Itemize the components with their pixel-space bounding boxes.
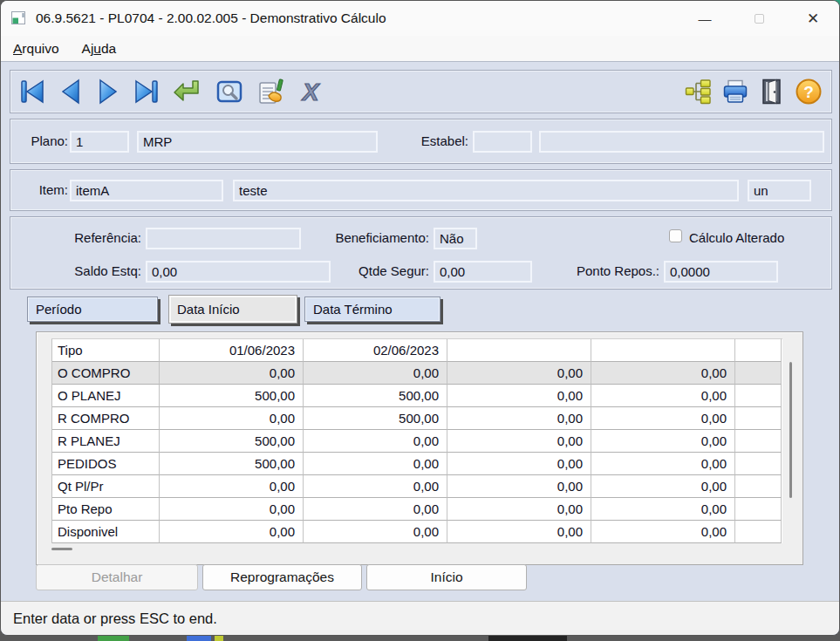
menu-bar: Arquivo Ajuda (1, 36, 839, 61)
minimize-button[interactable]: — (685, 1, 725, 36)
item-description-input[interactable] (233, 180, 739, 201)
print-icon[interactable] (720, 77, 750, 106)
toolbar-nav-group: X (18, 77, 325, 106)
beneficiamento-label: Beneficiamento: (311, 228, 429, 249)
col-header-date2[interactable]: 02/06/2023 (304, 339, 447, 362)
plano-panel: Plano: Estabel: (10, 119, 832, 164)
reprogramacoes-button[interactable]: Reprogramações (202, 564, 362, 590)
table-header-row: Tipo 01/06/2023 02/06/2023 (52, 339, 782, 362)
next-record-icon[interactable] (93, 77, 123, 106)
vertical-scrollbar-thumb[interactable] (789, 362, 792, 498)
export-excel-icon[interactable]: X (296, 77, 325, 106)
maximize-icon (755, 14, 764, 24)
inicio-button[interactable]: Início (366, 564, 527, 590)
referencia-input[interactable] (146, 228, 301, 249)
tab-data-inicio[interactable]: Data Início (168, 295, 297, 324)
beneficiamento-input[interactable] (434, 228, 477, 249)
qtde-segur-label: Qtde Segur: (311, 261, 429, 282)
toolbar: X ? (10, 70, 832, 113)
menu-arquivo[interactable]: Arquivo (13, 41, 59, 57)
search-zoom-icon[interactable] (215, 77, 244, 106)
plano-code-input[interactable] (70, 131, 129, 153)
tab-data-termino[interactable]: Data Término (304, 297, 440, 322)
close-button[interactable]: ✕ (793, 1, 833, 36)
plano-description-input[interactable] (137, 131, 378, 153)
title-bar: 06.9.5621 - PL0704 - 2.00.02.005 - Demon… (1, 1, 839, 36)
estabel-label: Estabel: (407, 131, 468, 152)
table-row[interactable]: PEDIDOS 500,00 0,00 0,00 0,00 (52, 453, 782, 475)
table-row[interactable]: Pto Repo 0,00 0,00 0,00 0,00 (52, 498, 782, 521)
confirm-enter-icon[interactable] (172, 77, 201, 106)
table-row[interactable]: R COMPRO 0,00 500,00 0,00 0,00 (52, 407, 782, 430)
table-container: Tipo 01/06/2023 02/06/2023 O COMPRO 0,00… (36, 331, 803, 565)
estabel-code-input[interactable] (473, 131, 532, 153)
ponto-repos-input[interactable] (664, 261, 778, 283)
app-window: 06.9.5621 - PL0704 - 2.00.02.005 - Demon… (0, 0, 840, 636)
hierarchy-tree-icon[interactable] (684, 77, 714, 106)
toolbar-right-group: ? (684, 77, 823, 106)
item-label: Item: (28, 180, 68, 201)
app-icon (11, 11, 27, 25)
table-row[interactable]: Qt Pl/Pr 0,00 0,00 0,00 0,00 (52, 475, 782, 498)
col-header-4[interactable] (591, 339, 735, 362)
exit-door-icon[interactable] (757, 77, 787, 106)
previous-record-icon[interactable] (56, 77, 85, 106)
saldo-estq-input[interactable] (146, 261, 331, 283)
calculo-alterado-label: Cálculo Alterado (689, 228, 794, 249)
item-code-input[interactable] (70, 180, 223, 201)
col-header-date1[interactable]: 01/06/2023 (160, 339, 304, 362)
table-row[interactable]: O COMPRO 0,00 0,00 0,00 0,00 (52, 362, 782, 385)
info-panel: Referência: Beneficiamento: Cálculo Alte… (10, 216, 832, 290)
window-title: 06.9.5621 - PL0704 - 2.00.02.005 - Demon… (36, 10, 386, 26)
table-row[interactable]: O PLANEJ 500,00 500,00 0,00 0,00 (52, 385, 782, 407)
col-header-3[interactable] (447, 339, 591, 362)
table-row[interactable]: R PLANEJ 500,00 0,00 0,00 0,00 (52, 430, 782, 453)
plano-label: Plano: (28, 131, 68, 152)
tab-periodo[interactable]: Período (27, 297, 158, 322)
detalhar-button: Detalhar (36, 564, 198, 590)
report-document-icon[interactable] (256, 77, 285, 106)
referencia-label: Referência: (28, 228, 141, 249)
table-row[interactable]: Disponivel 0,00 0,00 0,00 0,00 (52, 521, 782, 543)
horizontal-scrollbar-thumb[interactable] (51, 548, 72, 550)
svg-text:?: ? (803, 83, 814, 101)
saldo-estq-label: Saldo Estq: (28, 261, 141, 282)
estabel-description-input[interactable] (539, 131, 824, 153)
ponto-repos-label: Ponto Repos.: (558, 261, 659, 282)
svg-text:X: X (301, 78, 321, 106)
client-area: X ? Plano: Es (1, 61, 839, 602)
help-icon[interactable]: ? (794, 77, 823, 106)
menu-ajuda[interactable]: Ajuda (82, 41, 117, 57)
last-record-icon[interactable] (131, 77, 160, 106)
qtde-segur-input[interactable] (434, 261, 532, 283)
item-panel: Item: (10, 169, 832, 211)
first-record-icon[interactable] (18, 77, 48, 106)
status-message: Enter data or press ESC to end. (13, 610, 217, 627)
col-header-tipo[interactable]: Tipo (52, 339, 160, 362)
status-bar: Enter data or press ESC to end. (1, 601, 839, 635)
maximize-button (739, 1, 779, 36)
item-unit-input[interactable] (748, 180, 811, 201)
calc-table: Tipo 01/06/2023 02/06/2023 O COMPRO 0,00… (51, 338, 782, 543)
col-header-stub (735, 339, 782, 362)
calculo-alterado-checkbox[interactable] (669, 229, 682, 242)
